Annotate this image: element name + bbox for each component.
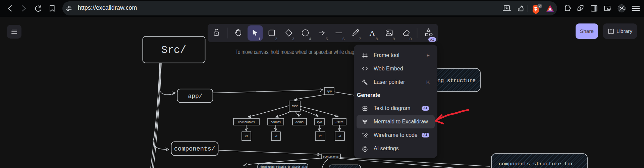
- svg-text:id: id: [319, 134, 322, 138]
- svg-text:comics: comics: [271, 120, 281, 124]
- svg-text:demo: demo: [296, 120, 304, 124]
- svg-text:id: id: [275, 134, 277, 138]
- svg-text:9: 9: [393, 37, 395, 41]
- svg-text:A: A: [369, 29, 375, 38]
- svg-text:7: 7: [359, 37, 361, 41]
- svg-text:components related to layout l: components related to layout like: [260, 166, 307, 168]
- svg-text:3: 3: [292, 37, 294, 41]
- svg-text:6: 6: [342, 37, 344, 41]
- svg-text:2: 2: [275, 37, 277, 41]
- svg-text:2: 2: [539, 4, 541, 8]
- svg-text:users: users: [335, 120, 343, 124]
- svg-text:app/: app/: [188, 93, 202, 100]
- svg-text:1: 1: [258, 37, 260, 41]
- svg-text:id: id: [338, 134, 341, 138]
- svg-text:4: 4: [309, 37, 311, 41]
- svg-text:AI: AI: [430, 38, 434, 42]
- svg-text:8: 8: [376, 37, 378, 41]
- svg-text:5: 5: [326, 37, 328, 41]
- svg-text:id: id: [245, 134, 248, 138]
- svg-text:collectables: collectables: [238, 120, 255, 124]
- svg-text:app: app: [327, 90, 332, 93]
- svg-text:components: components: [323, 155, 339, 158]
- svg-text:Src/: Src/: [161, 44, 186, 56]
- svg-text:0: 0: [410, 37, 412, 41]
- svg-text:components/: components/: [174, 146, 215, 153]
- svg-text:root: root: [292, 104, 298, 108]
- svg-text:kyc: kyc: [317, 120, 322, 124]
- svg-text:components structure for: components structure for: [499, 161, 574, 167]
